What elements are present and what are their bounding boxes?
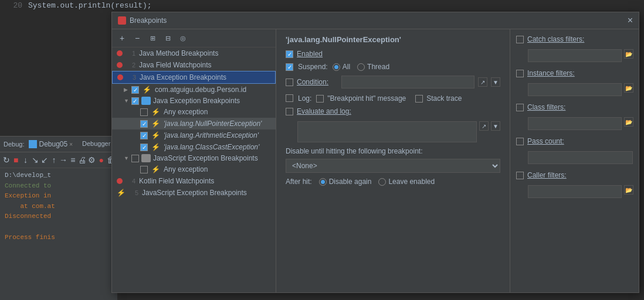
arithmetic-check[interactable]: ✓ [140, 132, 148, 139]
instance-checkbox[interactable] [516, 70, 524, 77]
bp-num-1: 1 [126, 50, 135, 57]
js-any-check[interactable] [140, 166, 148, 173]
force-step-btn[interactable]: ↙ [40, 154, 49, 166]
dialog-body: + − ⊞ ⊟ ◎ 1 Java Method Breakpoints 2 Ja… [112, 29, 639, 292]
run-cursor-btn[interactable]: → [59, 154, 67, 166]
evaluate-row: Evaluate and log: [286, 107, 500, 115]
record-btn[interactable]: ● [97, 154, 106, 166]
stop-icon-1 [117, 50, 123, 56]
bp-classcast[interactable]: ✓ ⚡ 'java.lang.ClassCastException' [112, 141, 276, 153]
add-bp-btn[interactable]: + [116, 32, 128, 45]
step-out-btn[interactable]: ↑ [50, 154, 58, 166]
caller-browse-btn[interactable]: 📂 [624, 185, 633, 195]
lightning-icon-5: ⚡ [151, 143, 160, 151]
bp-person-id[interactable]: ▶ ✓ ⚡ com.atguigu.debug.Person.id [112, 84, 276, 96]
radio-all[interactable]: All [333, 63, 350, 71]
step-over-btn[interactable]: ↓ [21, 154, 29, 166]
catch-browse-btn[interactable]: 📂 [624, 49, 633, 59]
bp-java-field[interactable]: 2 Java Field Watchpoints [112, 59, 276, 71]
copy-bp-btn[interactable]: ⊞ [146, 32, 159, 45]
suspend-radio-group: All Thread [333, 63, 389, 71]
caller-filter-row: Caller filters: [516, 171, 633, 179]
eval-btn[interactable]: ≡ [69, 154, 77, 166]
bp-js-exception-group[interactable]: ▼ JavaScript Exception Breakpoints [112, 153, 276, 163]
person-id-check[interactable]: ✓ [131, 86, 139, 94]
log-checkbox[interactable] [286, 94, 293, 102]
lightning-icon-4: ⚡ [151, 131, 160, 139]
step-into-btn[interactable]: ↘ [31, 154, 39, 166]
rerun-btn[interactable]: ↻ [2, 154, 11, 166]
caller-checkbox[interactable] [516, 172, 524, 179]
bp-js-any-exception[interactable]: ⚡ Any exception [112, 163, 276, 175]
class-browse-btn[interactable]: 📂 [624, 117, 633, 127]
condition-expand-btn[interactable]: ↗ [478, 77, 487, 87]
class-checkbox[interactable] [516, 104, 524, 111]
stack-trace-checkbox[interactable] [415, 95, 423, 103]
evaluate-options-btn[interactable]: ▼ [491, 121, 500, 131]
condition-input[interactable] [341, 76, 474, 88]
caller-input[interactable] [528, 185, 622, 198]
condition-options-btn[interactable]: ▼ [491, 77, 500, 87]
pass-count-input[interactable] [528, 151, 633, 164]
enabled-checkbox[interactable]: ✓ [286, 50, 293, 58]
tab-debugger[interactable]: Debugger [77, 138, 115, 150]
null-pointer-check[interactable]: ✓ [140, 120, 148, 128]
bp-any-exception-label: Any exception [164, 108, 208, 116]
condition-checkbox[interactable] [286, 79, 293, 86]
group-bp-btn[interactable]: ⊟ [161, 32, 174, 45]
evaluate-expand-btn[interactable]: ↗ [479, 121, 489, 131]
leave-enabled-radio[interactable]: Leave enabled [378, 178, 435, 186]
bp-js-any-label: Any exception [164, 165, 208, 173]
bp-exception-group[interactable]: ▼ ✓ Java Exception Breakpoints [112, 96, 276, 106]
bp-kotlin-field[interactable]: 4 Kotlin Field Watchpoints [112, 175, 276, 187]
bp-label-5: JavaScript Exception Breakpoints [142, 189, 247, 197]
disable-again-radio[interactable]: Disable again [319, 178, 372, 186]
instance-browse-btn[interactable]: 📂 [624, 83, 633, 93]
class-input[interactable] [528, 117, 622, 130]
pass-count-checkbox[interactable] [516, 138, 524, 145]
catch-checkbox[interactable] [516, 36, 524, 43]
bp-null-pointer[interactable]: ✓ ⚡ 'java.lang.NullPointerException' [112, 118, 276, 129]
debug-toolbar: ↻ ■ ↓ ↘ ↙ ↑ → ≡ 🖨 ⚙ ● 🗑 [0, 152, 117, 168]
chevron-icon-1: ▶ [124, 87, 128, 93]
classcast-check[interactable]: ✓ [140, 144, 148, 151]
print-btn[interactable]: 🖨 [78, 154, 86, 166]
debug-session: Debug05 × [29, 140, 73, 148]
dialog-titlebar: Breakpoints × [112, 12, 639, 29]
evaluate-textarea[interactable] [297, 121, 477, 142]
catch-filter-row: Catch class filters: [516, 35, 633, 43]
dialog-close-button[interactable]: × [628, 16, 633, 25]
catch-input[interactable] [528, 49, 622, 62]
line-code: System.out.println(result); [28, 1, 152, 10]
stop-btn[interactable]: ■ [12, 154, 20, 166]
remove-bp-btn[interactable]: − [131, 32, 144, 45]
bp-arithmetic[interactable]: ✓ ⚡ 'java.lang.ArithmeticException' [112, 129, 276, 141]
radio-thread[interactable]: Thread [357, 63, 389, 71]
js-exception-check[interactable] [131, 155, 139, 162]
breakpoint-hit-checkbox[interactable] [316, 95, 324, 103]
bp-classcast-label: 'java.lang.ClassCastException' [164, 143, 259, 151]
radio-all-dot [333, 63, 340, 71]
pass-count-row: Pass count: [516, 137, 633, 145]
disable-dropdown[interactable]: <None> [286, 159, 500, 173]
bp-java-method[interactable]: 1 Java Method Breakpoints [112, 47, 276, 59]
caller-input-row: 📂 [528, 185, 633, 198]
bp-left-toolbar: + − ⊞ ⊟ ◎ [112, 29, 276, 47]
any-exception-check[interactable] [140, 108, 148, 116]
bp-js-exception[interactable]: ⚡ 5 JavaScript Exception Breakpoints [112, 187, 276, 199]
settings-btn[interactable]: ⚙ [88, 154, 96, 166]
filter-panel: Catch class filters: 📂 Instance filters:… [510, 29, 639, 292]
caller-label: Caller filters: [527, 171, 567, 179]
instance-input[interactable] [528, 83, 622, 96]
bp-any-exception[interactable]: ⚡ Any exception [112, 106, 276, 118]
suspend-checkbox[interactable]: ✓ [286, 63, 293, 71]
session-close[interactable]: × [69, 141, 73, 148]
bp-num-4: 4 [126, 178, 135, 185]
filter-bp-btn[interactable]: ◎ [177, 32, 189, 45]
evaluate-checkbox[interactable] [286, 108, 293, 115]
exception-group-check[interactable]: ✓ [131, 97, 139, 105]
lightning-icon-7: ⚡ [117, 189, 126, 197]
bp-java-exception[interactable]: 3 Java Exception Breakpoints [112, 71, 276, 84]
suspend-row: ✓ Suspend: All Thread [286, 63, 500, 71]
debug-header: Debug: Debug05 × Debugger Console ☰ [0, 137, 117, 152]
